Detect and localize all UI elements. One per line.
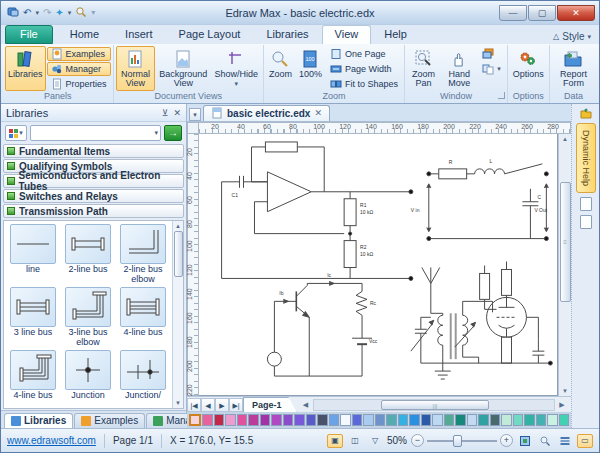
next-page-button[interactable]: ▶ bbox=[215, 398, 229, 412]
library-menu-button[interactable]: ▾ bbox=[5, 125, 27, 141]
color-swatch[interactable] bbox=[271, 414, 281, 426]
panel-tab-libraries[interactable]: Libraries bbox=[4, 413, 73, 428]
find-icon[interactable] bbox=[74, 6, 88, 20]
color-swatch[interactable] bbox=[340, 414, 350, 426]
zoom-out-icon[interactable]: − bbox=[411, 434, 424, 447]
page-tab[interactable]: Page-1 bbox=[243, 397, 297, 412]
last-page-button[interactable]: ▶| bbox=[229, 398, 243, 412]
panel-tab-examples[interactable]: Examples bbox=[74, 413, 145, 428]
color-swatch[interactable] bbox=[317, 414, 327, 426]
fit-page-icon[interactable] bbox=[517, 434, 533, 448]
ribbon-tab-help[interactable]: Help bbox=[371, 25, 420, 44]
window-dialog-launcher-icon[interactable] bbox=[498, 92, 505, 99]
report-form-button[interactable]: Report Form bbox=[552, 46, 595, 91]
symbol-2-line-bus-elbow[interactable]: 2-line bus elbow bbox=[117, 224, 169, 285]
examples-button[interactable]: Examples bbox=[47, 47, 111, 61]
style-dropdown-icon[interactable]: ▾ bbox=[587, 33, 591, 41]
help-folder-icon[interactable] bbox=[580, 107, 592, 119]
color-swatch[interactable] bbox=[547, 414, 557, 426]
pages-list-icon[interactable] bbox=[557, 434, 573, 448]
color-swatch[interactable] bbox=[375, 414, 385, 426]
minimize-button[interactable]: — bbox=[499, 5, 527, 21]
library-section-semiconductors-and-electron-tubes[interactable]: Semiconductors and Electron Tubes bbox=[3, 174, 184, 188]
library-scrollbar[interactable]: ▲ ▼ bbox=[172, 221, 183, 408]
zoom-slider-thumb[interactable] bbox=[453, 435, 462, 447]
help-page-icon[interactable] bbox=[580, 197, 592, 211]
ribbon-tab-page-layout[interactable]: Page Layout bbox=[166, 25, 254, 44]
symbol-2-line-bus[interactable]: 2-line bus bbox=[62, 224, 114, 285]
zoom-button[interactable]: Zoom bbox=[266, 46, 295, 91]
color-swatch[interactable] bbox=[467, 414, 477, 426]
symbol-junction-[interactable]: Junction/ bbox=[117, 350, 169, 401]
document-tab[interactable]: basic electric.edx ✕ bbox=[203, 105, 330, 121]
library-go-button[interactable]: → bbox=[164, 125, 182, 141]
show-hide-button[interactable]: Show/Hide ▾ bbox=[211, 46, 261, 91]
color-swatch[interactable] bbox=[513, 414, 523, 426]
cascade-windows-button[interactable] bbox=[478, 47, 505, 61]
edrawsoft-link[interactable]: www.edrawsoft.com bbox=[7, 435, 96, 446]
color-swatch[interactable] bbox=[501, 414, 511, 426]
color-swatch[interactable] bbox=[559, 414, 569, 426]
libraries-button[interactable]: Libraries bbox=[5, 46, 46, 91]
color-swatch[interactable] bbox=[432, 414, 442, 426]
ribbon-tab-file[interactable]: File bbox=[5, 25, 53, 44]
style-button[interactable]: Style bbox=[562, 31, 584, 42]
arrange-windows-dropdown-icon[interactable]: ▾ bbox=[497, 65, 501, 73]
color-swatch[interactable] bbox=[444, 414, 454, 426]
properties-button[interactable]: Properties bbox=[47, 77, 111, 91]
color-swatch[interactable] bbox=[225, 414, 235, 426]
symbol-junction[interactable]: Junction bbox=[62, 350, 114, 401]
tab-scroll-button[interactable]: ▾ bbox=[189, 108, 201, 121]
ribbon-tab-insert[interactable]: Insert bbox=[112, 25, 166, 44]
canvas-scroll-right-icon[interactable]: ▶ bbox=[555, 401, 569, 409]
ribbon-tab-home[interactable]: Home bbox=[57, 25, 112, 44]
background-view-button[interactable]: Background View bbox=[156, 46, 210, 91]
color-swatch[interactable] bbox=[386, 414, 396, 426]
color-swatch[interactable] bbox=[237, 414, 247, 426]
app-menu-icon[interactable] bbox=[6, 6, 20, 20]
manager-button[interactable]: Manager bbox=[47, 62, 111, 76]
maximize-button[interactable]: ▢ bbox=[528, 5, 556, 21]
color-swatch[interactable] bbox=[409, 414, 419, 426]
one-page-button[interactable]: One Page bbox=[326, 47, 402, 61]
tab-close-icon[interactable]: ✕ bbox=[314, 108, 322, 118]
hand-move-button[interactable]: Hand Move bbox=[441, 46, 477, 91]
dynamic-help-tab[interactable]: Dynamic Help bbox=[576, 123, 596, 193]
symbol-4-line-bus[interactable]: 4-line bus bbox=[117, 287, 169, 348]
library-search-combobox[interactable]: ▾ bbox=[30, 125, 161, 141]
close-button[interactable]: ✕ bbox=[557, 5, 595, 21]
canvas-vertical-scrollbar[interactable]: ▲ ≡ ▼ bbox=[558, 134, 571, 396]
normal-view-mode-icon[interactable]: ▣ bbox=[327, 434, 343, 448]
help-page2-icon[interactable] bbox=[580, 215, 592, 229]
color-swatch[interactable] bbox=[283, 414, 293, 426]
zoom-slider[interactable]: − + bbox=[411, 434, 513, 447]
zoom-find-icon[interactable] bbox=[537, 434, 553, 448]
color-swatch[interactable] bbox=[478, 414, 488, 426]
prev-page-button[interactable]: ◀ bbox=[201, 398, 215, 412]
arrange-windows-button[interactable]: ▾ bbox=[478, 62, 505, 76]
color-swatch[interactable] bbox=[524, 414, 534, 426]
qat-overflow-icon[interactable]: ▾ bbox=[90, 8, 96, 17]
color-swatch[interactable] bbox=[214, 414, 224, 426]
canvas-horizontal-scrollbar[interactable]: ◀ ||| ▶ bbox=[299, 398, 569, 412]
symbol-3-line-bus-elbow[interactable]: 3-line bus elbow bbox=[62, 287, 114, 348]
color-swatch[interactable] bbox=[202, 414, 212, 426]
undo-icon[interactable]: ↶ bbox=[22, 7, 32, 18]
undo-dropdown-icon[interactable]: ▾ bbox=[34, 9, 40, 17]
color-swatch[interactable] bbox=[260, 414, 270, 426]
drawing-canvas[interactable]: C1 R1 10 kΩ R2 10 kΩ bbox=[199, 134, 558, 396]
canvas-scroll-left-icon[interactable]: ◀ bbox=[299, 401, 313, 409]
scroll-down-icon[interactable]: ▼ bbox=[175, 398, 181, 408]
normal-view-button[interactable]: Normal View bbox=[116, 46, 156, 91]
color-swatch[interactable] bbox=[490, 414, 500, 426]
scroll-up-icon[interactable]: ▲ bbox=[175, 221, 181, 231]
redo-icon[interactable]: ↷ bbox=[42, 7, 52, 18]
library-section-transmission-path[interactable]: Transmission Path bbox=[3, 204, 184, 218]
zoom-100-button[interactable]: 100 100% bbox=[296, 46, 325, 91]
color-swatch[interactable] bbox=[306, 414, 316, 426]
page-width-button[interactable]: Page Width bbox=[326, 62, 402, 76]
page-view-mode-icon[interactable]: ◫ bbox=[347, 434, 363, 448]
show-hide-dropdown-icon[interactable]: ▾ bbox=[234, 80, 238, 87]
minimize-ribbon-icon[interactable]: △ bbox=[553, 32, 559, 41]
color-swatch[interactable] bbox=[421, 414, 431, 426]
